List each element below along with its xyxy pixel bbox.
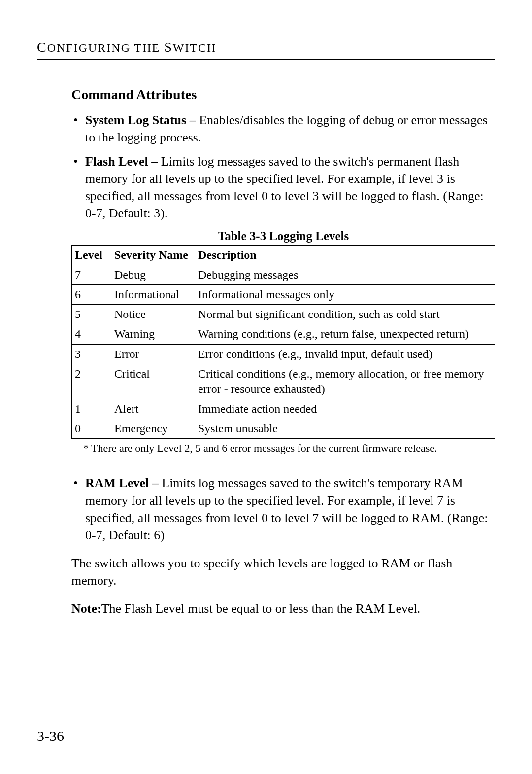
- page-number: 3-36: [37, 728, 64, 744]
- cell-desc: System unusable: [195, 419, 495, 439]
- cell-desc: Immediate action needed: [195, 399, 495, 419]
- table-row: 5 Notice Normal but significant conditio…: [72, 305, 495, 324]
- table-row: 1 Alert Immediate action needed: [72, 399, 495, 419]
- cell-level: 4: [72, 324, 111, 344]
- cell-name: Alert: [111, 399, 195, 419]
- bullet-ram-level: RAM Level – Limits log messages saved to…: [71, 474, 495, 543]
- bullet-term: System Log Status: [85, 113, 186, 127]
- cell-level: 7: [72, 265, 111, 284]
- cell-desc: Informational messages only: [195, 284, 495, 304]
- note-paragraph: Note:The Flash Level must be equal to or…: [71, 600, 495, 617]
- cell-name: Warning: [111, 324, 195, 344]
- table-row: 6 Informational Informational messages o…: [72, 284, 495, 304]
- bullet-sep: –: [148, 154, 161, 169]
- table-body: 7 Debug Debugging messages 6 Information…: [72, 265, 495, 439]
- cell-level: 6: [72, 284, 111, 304]
- table-row: 0 Emergency System unusable: [72, 419, 495, 439]
- table-header-row: Level Severity Name Description: [72, 245, 495, 265]
- bullet-term: Flash Level: [85, 154, 148, 169]
- rh-cap2: S: [164, 39, 173, 55]
- note-text: The Flash Level must be equal to or less…: [101, 601, 421, 616]
- bullet-sep: –: [186, 113, 199, 127]
- rh-cap1: C: [37, 39, 47, 55]
- paragraph: The switch allows you to specify which l…: [71, 555, 495, 589]
- rh-mid: THE: [131, 41, 164, 54]
- bullet-system-log-status: System Log Status – Enables/disables the…: [71, 111, 495, 146]
- rh-w1: ONFIGURING: [47, 41, 131, 54]
- cell-name: Debug: [111, 265, 195, 284]
- cell-name: Error: [111, 344, 195, 364]
- bullet-term: RAM Level: [85, 476, 149, 490]
- logging-levels-table: Level Severity Name Description 7 Debug …: [71, 245, 495, 439]
- cell-name: Notice: [111, 305, 195, 324]
- cell-desc: Critical conditions (e.g., memory alloca…: [195, 364, 495, 399]
- running-head: CONFIGURING THE SWITCH: [37, 39, 495, 55]
- bullet-list: System Log Status – Enables/disables the…: [71, 111, 495, 222]
- bullet-list-2: RAM Level – Limits log messages saved to…: [71, 474, 495, 543]
- table-row: 2 Critical Critical conditions (e.g., me…: [72, 364, 495, 399]
- cell-name: Informational: [111, 284, 195, 304]
- cell-desc: Error conditions (e.g., invalid input, d…: [195, 344, 495, 364]
- table-footnote: * There are only Level 2, 5 and 6 error …: [83, 442, 495, 455]
- section-heading: Command Attributes: [71, 87, 495, 103]
- bullet-sep: –: [149, 476, 162, 490]
- th-description: Description: [195, 245, 495, 265]
- note-label: Note:: [71, 601, 101, 616]
- rh-w2: WITCH: [173, 41, 217, 54]
- table-row: 7 Debug Debugging messages: [72, 265, 495, 284]
- cell-desc: Warning conditions (e.g., return false, …: [195, 324, 495, 344]
- header-rule: [37, 59, 495, 60]
- cell-level: 1: [72, 399, 111, 419]
- table-row: 3 Error Error conditions (e.g., invalid …: [72, 344, 495, 364]
- bullet-flash-level: Flash Level – Limits log messages saved …: [71, 153, 495, 222]
- table-row: 4 Warning Warning conditions (e.g., retu…: [72, 324, 495, 344]
- th-severity: Severity Name: [111, 245, 195, 265]
- cell-level: 5: [72, 305, 111, 324]
- cell-level: 0: [72, 419, 111, 439]
- cell-level: 2: [72, 364, 111, 399]
- cell-name: Critical: [111, 364, 195, 399]
- cell-name: Emergency: [111, 419, 195, 439]
- cell-desc: Normal but significant condition, such a…: [195, 305, 495, 324]
- cell-level: 3: [72, 344, 111, 364]
- page: CONFIGURING THE SWITCH Command Attribute…: [0, 0, 532, 774]
- th-level: Level: [72, 245, 111, 265]
- content: Command Attributes System Log Status – E…: [71, 87, 495, 617]
- table-caption: Table 3-3 Logging Levels: [71, 229, 495, 243]
- cell-desc: Debugging messages: [195, 265, 495, 284]
